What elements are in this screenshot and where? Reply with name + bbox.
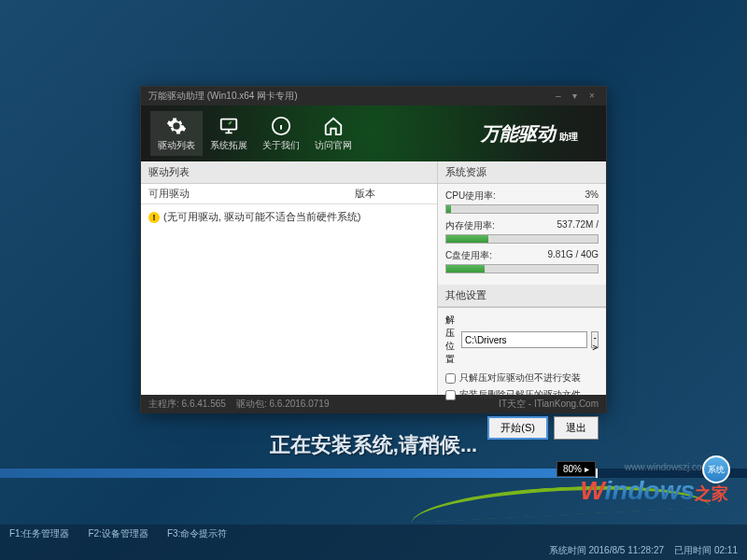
extract-label: 解压位置 [445,314,458,366]
start-button[interactable]: 开始(S) [487,416,548,440]
settings-title: 其他设置 [438,285,606,307]
empty-message: (无可用驱动, 驱动可能不适合当前硬件系统) [163,210,360,224]
system-badge: 系统 [702,455,730,483]
hint-f1: F1:任务管理器 [9,527,69,540]
nav-label: 访问官网 [315,139,352,152]
install-progress-fill [0,469,598,478]
disk-usage: C盘使用率:9.81G / 40G [445,249,599,273]
extract-path-input[interactable] [461,331,587,348]
home-icon [322,115,345,137]
taskbar-hints: F1:任务管理器 F2:设备管理器 F3:命令提示符 [0,525,747,543]
nav-website[interactable]: 访问官网 [307,111,359,156]
minimize-button[interactable]: – [556,91,565,101]
close-button[interactable]: × [589,91,599,101]
header: 驱动列表 系统拓展 关于我们 访问官网 万能驱动助理 [141,105,606,161]
list-header: 可用驱动 版本 [141,184,437,204]
svg-rect-0 [221,119,237,130]
nav-label: 驱动列表 [158,139,195,152]
memory-usage: 内存使用率:537.72M / [445,219,599,244]
dropdown-button[interactable]: ▾ [572,91,582,101]
nav-system-ext[interactable]: 系统拓展 [203,111,255,156]
list-item: ! (无可用驱动, 驱动可能不适合当前硬件系统) [148,208,430,226]
browse-button[interactable]: -> [591,331,599,348]
taskbar: F1:任务管理器 F2:设备管理器 F3:命令提示符 系统时间 2016/8/5… [0,525,747,560]
resources-title: 系统资源 [438,161,606,184]
percent-badge: 80% ▸ [557,461,596,477]
resources-section: CPU使用率:3% 内存使用率:537.72M / C盘使用率:9.81G / … [438,184,606,285]
exit-button[interactable]: 退出 [554,416,599,440]
nav-label: 关于我们 [262,139,300,152]
checkbox[interactable] [445,373,456,384]
option-extract-only[interactable]: 只解压对应驱动但不进行安装 [445,371,599,385]
driver-list-panel: 驱动列表 可用驱动 版本 ! (无可用驱动, 驱动可能不适合当前硬件系统) [141,161,438,395]
driver-list[interactable]: ! (无可用驱动, 驱动可能不适合当前硬件系统) [141,204,437,395]
watermark-text: www.windowszj.com [625,462,710,472]
nav-about[interactable]: 关于我们 [255,111,307,156]
cpu-usage: CPU使用率:3% [445,189,599,214]
settings-section: 解压位置 -> 只解压对应驱动但不进行安装 安装后删除已解压的驱动文件 [438,307,606,411]
brand-logo: 万能驱动助理 [481,121,597,147]
hint-f2: F2:设备管理器 [88,527,148,540]
window-title: 万能驱动助理 (Win10.x64 网卡专用) [148,90,297,103]
info-icon [270,115,292,137]
nav-label: 系统拓展 [210,139,247,152]
nav-driver-list[interactable]: 驱动列表 [150,111,203,156]
hint-f3: F3:命令提示符 [167,527,227,540]
col-driver: 可用驱动 [148,187,355,201]
install-status-text: 正在安装系统,请稍候... [270,431,477,459]
extract-path-row: 解压位置 -> [445,314,599,366]
content-area: 驱动列表 可用驱动 版本 ! (无可用驱动, 驱动可能不适合当前硬件系统) 系统… [141,161,606,395]
taskbar-time: 系统时间 2016/8/5 11:28:27 已用时间 02:11 [549,544,738,557]
driver-assistant-window: 万能驱动助理 (Win10.x64 网卡专用) – ▾ × 驱动列表 系统拓展 … [140,86,607,413]
col-version: 版本 [355,187,430,201]
footer-site: IT天空 - ITianKong.Com [499,398,599,411]
monitor-icon [218,115,240,137]
checkbox[interactable] [445,390,456,400]
windows-logo: Windows之家 [580,476,728,506]
window-controls: – ▾ × [556,91,599,101]
gear-icon [165,115,188,137]
main-version: 主程序: 6.6.41.565 [148,399,226,409]
panel-title: 驱动列表 [141,161,437,184]
sidebar-panel: 系统资源 CPU使用率:3% 内存使用率:537.72M / C盘使用率:9.8… [438,161,606,395]
pack-version: 驱动包: 6.6.2016.0719 [236,399,330,409]
warning-icon: ! [148,212,160,223]
titlebar[interactable]: 万能驱动助理 (Win10.x64 网卡专用) – ▾ × [141,87,606,105]
